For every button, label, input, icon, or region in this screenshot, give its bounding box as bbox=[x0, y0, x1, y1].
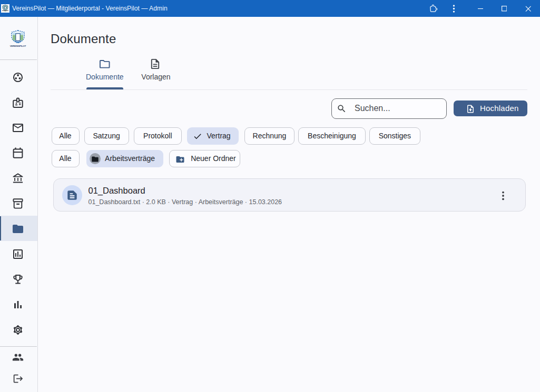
svg-text:VEREINSPILOT: VEREINSPILOT bbox=[10, 45, 26, 47]
